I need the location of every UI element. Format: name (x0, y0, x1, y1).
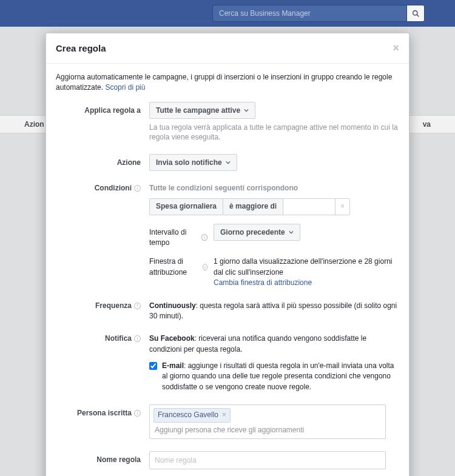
search-input[interactable] (212, 5, 406, 22)
label-subscriber: Persona iscritta i (56, 404, 149, 418)
info-icon: i (134, 303, 141, 309)
notify-email-checkbox[interactable] (149, 362, 157, 370)
condition-operator-select[interactable]: è maggiore di (223, 199, 283, 215)
label-frequency: Frequenza i (56, 301, 149, 311)
condition-value-input[interactable] (283, 199, 335, 215)
conditions-header: Tutte le condizioni seguenti corrispondo… (149, 183, 399, 193)
action-select[interactable]: Invia solo notifiche (149, 154, 237, 171)
condition-metric-select[interactable]: Spesa giornaliera (150, 199, 223, 215)
caret-down-icon (289, 230, 294, 235)
subscriber-token-name: Francesco Gavello (158, 410, 218, 420)
info-icon: i (201, 234, 207, 241)
condition-row: Spesa giornaliera è maggiore di × (149, 198, 350, 215)
search-wrap (212, 5, 425, 22)
token-remove-icon[interactable]: × (222, 410, 226, 420)
apply-to-select[interactable]: Tutte le campagne attive (149, 102, 255, 119)
notify-facebook-text: Su Facebook: riceverai una notifica quan… (149, 334, 399, 355)
info-icon: i (134, 335, 141, 342)
modal-header: Crea regola × (46, 33, 409, 64)
subscriber-placeholder: Aggiungi persona che riceve gli aggiorna… (153, 423, 382, 435)
caret-down-icon (226, 160, 231, 165)
search-button[interactable] (406, 5, 425, 22)
label-time-range: Intervallo di tempo i (149, 224, 207, 249)
label-rule-name: Nome regola (56, 451, 149, 465)
action-selected: Invia solo notifiche (156, 158, 222, 167)
subscriber-input[interactable]: Francesco Gavello × Aggiungi persona che… (149, 404, 386, 439)
modal-title: Crea regola (56, 43, 106, 53)
time-range-select[interactable]: Giorno precedente (214, 224, 300, 241)
caret-down-icon (244, 108, 249, 113)
label-notify: Notifica i (56, 334, 149, 344)
info-icon: i (134, 185, 141, 192)
label-attrib-window: Finestra di attribuzione i (149, 256, 207, 278)
learn-more-link[interactable]: Scopri di più (105, 83, 145, 92)
close-icon[interactable]: × (393, 42, 399, 55)
search-icon (412, 10, 420, 18)
intro-text: Aggiorna automaticamente le campagne, i … (56, 72, 399, 93)
attrib-window-text: 1 giorno dalla visualizzazione dell'inse… (214, 256, 399, 278)
subscriber-token: Francesco Gavello × (153, 408, 231, 422)
notify-email-text: E-mail: aggiunge i risultati di questa r… (162, 361, 399, 392)
label-conditions: Condizioni i (56, 183, 149, 193)
change-attrib-link[interactable]: Cambia finestra di attribuzione (214, 278, 312, 287)
info-icon: i (203, 264, 207, 270)
create-rule-modal: Crea regola × Aggiorna automaticamente l… (46, 33, 410, 476)
info-icon: i (134, 410, 141, 417)
apply-to-hint: La tua regola verrà applicata a tutte le… (149, 122, 399, 142)
topbar (0, 0, 455, 27)
apply-to-selected: Tutte le campagne attive (156, 106, 240, 115)
frequency-text: Continuously: questa regola sarà attiva … (149, 301, 399, 322)
condition-remove-icon[interactable]: × (335, 199, 349, 215)
label-apply-to: Applica regola a (56, 102, 149, 116)
svg-line-1 (417, 15, 419, 16)
time-range-selected: Giorno precedente (220, 228, 285, 236)
rule-name-input[interactable] (149, 451, 386, 469)
modal-body: Aggiorna automaticamente le campagne, i … (46, 64, 409, 476)
svg-point-0 (413, 10, 417, 15)
label-action: Azione (56, 154, 149, 168)
